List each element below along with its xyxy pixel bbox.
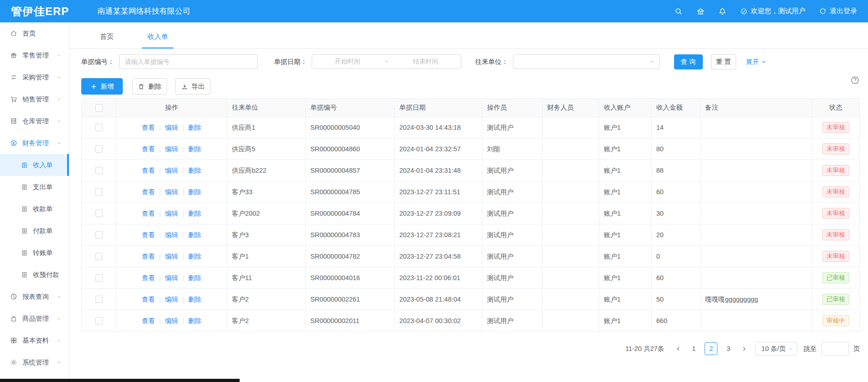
edit-link[interactable]: 编辑 (165, 252, 178, 261)
date-separator: ~ (383, 58, 390, 65)
delete-link[interactable]: 删除 (188, 231, 201, 239)
delete-button[interactable]: 删除 (132, 78, 167, 95)
view-link[interactable]: 查看 (142, 145, 155, 154)
prev-page-icon[interactable] (671, 342, 685, 355)
logout-button[interactable]: 退出登录 (819, 7, 857, 16)
next-page-icon[interactable] (737, 342, 751, 355)
tab-income-bill[interactable]: 收入单 (142, 32, 173, 48)
sidebar-item-label: 销售管理 (22, 95, 49, 104)
sidebar-item-reports[interactable]: 报表查询 (0, 286, 69, 308)
chevron-down-icon (57, 75, 62, 80)
sidebar-item-basic-data[interactable]: 基本资料 (0, 329, 69, 351)
view-link[interactable]: 查看 (142, 123, 155, 132)
edit-link[interactable]: 编辑 (165, 145, 178, 154)
horizontal-scrollbar-thumb[interactable] (0, 379, 240, 382)
column-header: 备注 (701, 99, 812, 117)
row-checkbox[interactable] (95, 188, 103, 196)
delete-link[interactable]: 删除 (188, 274, 201, 282)
row-checkbox[interactable] (95, 124, 103, 131)
bill-no-input[interactable] (119, 54, 258, 69)
row-checkbox[interactable] (95, 210, 103, 217)
edit-link[interactable]: 编辑 (165, 317, 178, 325)
page-number-3[interactable]: 3 (722, 342, 735, 355)
jump-page-input[interactable] (821, 342, 849, 355)
row-checkbox[interactable] (95, 296, 103, 303)
sidebar-item-payment-bill[interactable]: 付款单 (0, 220, 69, 242)
view-link[interactable]: 查看 (142, 188, 155, 196)
delete-link[interactable]: 删除 (188, 317, 201, 325)
search-button[interactable]: 查 询 (674, 54, 703, 69)
view-link[interactable]: 查看 (142, 252, 155, 261)
row-checkbox[interactable] (95, 274, 103, 281)
sidebar-item-purchase[interactable]: 采购管理 (0, 66, 69, 88)
welcome-user[interactable]: 欢迎您，测试用户 (740, 7, 805, 16)
sidebar-item-transfer-bill[interactable]: 转账单 (0, 242, 69, 264)
export-button[interactable]: 导出 (175, 78, 210, 95)
sidebar-item-goods[interactable]: 商品管理 (0, 308, 69, 329)
sidebar-item-receipt-bill[interactable]: 收款单 (0, 198, 69, 220)
view-link[interactable]: 查看 (142, 231, 155, 239)
edit-link[interactable]: 编辑 (165, 231, 178, 239)
sidebar-item-label: 系统管理 (22, 358, 49, 367)
sidebar-item-home[interactable]: 首页 (0, 22, 69, 44)
row-checkbox[interactable] (95, 145, 103, 153)
app-logo[interactable]: 管伊佳ERP (11, 4, 69, 19)
row-actions-cell: 查看|编辑|删除 (116, 117, 227, 138)
sidebar-item-income-bill[interactable]: 收入单 (0, 154, 69, 176)
tab-home[interactable]: 首页 (94, 32, 119, 48)
bill-date-label: 单据日期： (274, 58, 308, 66)
edit-link[interactable]: 编辑 (165, 166, 178, 175)
bell-icon[interactable] (718, 7, 727, 16)
expand-link[interactable]: 展开 (746, 58, 766, 66)
sidebar-item-warehouse[interactable]: 仓库管理 (0, 110, 69, 132)
view-link[interactable]: 查看 (142, 274, 155, 282)
chevron-down-icon (57, 360, 62, 365)
page-number-1[interactable]: 1 (687, 342, 700, 355)
view-link[interactable]: 查看 (142, 166, 155, 175)
search-icon[interactable] (675, 7, 683, 16)
view-link[interactable]: 查看 (142, 295, 155, 304)
edit-link[interactable]: 编辑 (165, 188, 178, 196)
delete-link[interactable]: 删除 (188, 188, 201, 196)
view-link[interactable]: 查看 (142, 317, 155, 325)
edit-link[interactable]: 编辑 (165, 209, 178, 218)
delete-link[interactable]: 删除 (188, 123, 201, 132)
edit-link[interactable]: 编辑 (165, 274, 178, 282)
sidebar-item-expense-bill[interactable]: 支出单 (0, 176, 69, 198)
delete-link[interactable]: 删除 (188, 145, 201, 154)
row-checkbox[interactable] (95, 231, 103, 239)
bank-icon[interactable] (696, 7, 705, 16)
operator-cell: 测试用户 (482, 224, 543, 245)
row-checkbox[interactable] (95, 167, 103, 174)
operator-cell: 测试用户 (482, 267, 543, 288)
delete-link[interactable]: 删除 (188, 209, 201, 218)
row-checkbox[interactable] (95, 253, 103, 260)
sidebar-item-label: 零售管理 (22, 51, 49, 60)
sidebar-item-label: 采购管理 (22, 73, 49, 82)
date-range-picker[interactable]: 开始时间 ~ 结束时间 (312, 54, 461, 69)
page-size-select[interactable]: 10 条/页 (755, 342, 797, 355)
delete-link[interactable]: 删除 (188, 166, 201, 175)
sidebar-item-retail[interactable]: 零售管理 (0, 44, 69, 66)
partner-cell: 客户1 (227, 246, 306, 267)
select-all-checkbox[interactable] (95, 104, 103, 111)
row-checkbox[interactable] (95, 317, 103, 324)
sidebar-item-system[interactable]: 系统管理 (0, 351, 69, 373)
table-toolbar: 新增 删除 导出 (81, 78, 860, 95)
reset-button[interactable]: 重 置 (711, 54, 736, 69)
edit-link[interactable]: 编辑 (165, 295, 178, 304)
sidebar-item-sales[interactable]: 销售管理 (0, 88, 69, 110)
sidebar-item-prepayment[interactable]: 收预付款 (0, 264, 69, 286)
page-number-2[interactable]: 2 (705, 342, 717, 355)
sidebar-item-label: 付款单 (33, 227, 53, 235)
help-icon[interactable] (850, 75, 860, 85)
delete-link[interactable]: 删除 (188, 295, 201, 304)
view-link[interactable]: 查看 (142, 209, 155, 218)
bill-date-cell: 2023-05-08 21:48:04 (395, 289, 482, 310)
add-button[interactable]: 新增 (81, 78, 123, 95)
cart-icon (10, 96, 17, 103)
delete-link[interactable]: 删除 (188, 252, 201, 261)
sidebar-item-finance[interactable]: 财务管理 (0, 132, 69, 154)
partner-select[interactable] (513, 54, 659, 69)
edit-link[interactable]: 编辑 (165, 123, 178, 132)
